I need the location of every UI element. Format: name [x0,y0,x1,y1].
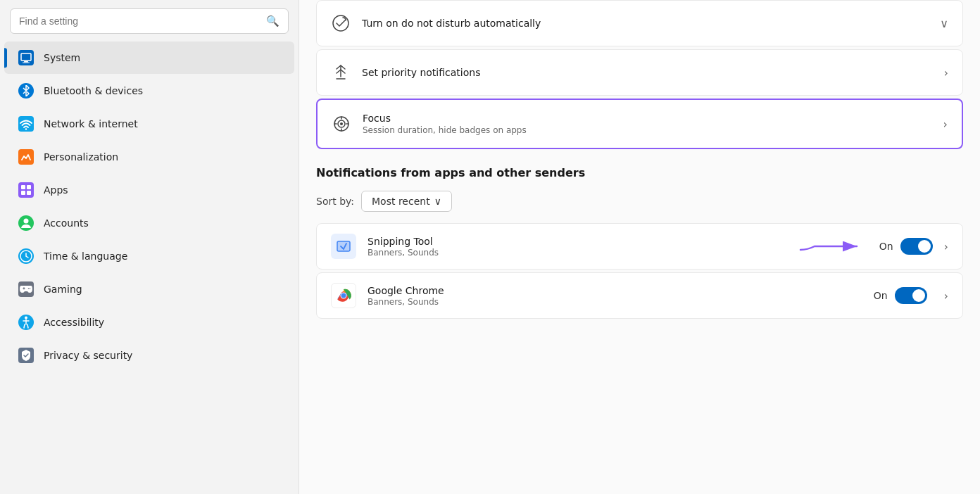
svg-point-8 [24,219,29,224]
snipping-toggle[interactable] [900,238,933,255]
annotation-arrow [797,236,867,257]
toggle-area-snipping: On [879,238,933,255]
system-icon [18,50,34,65]
toggle-area-chrome: On [874,287,927,304]
svg-point-3 [25,128,27,129]
priority-setting-row[interactable]: Set priority notifications › [316,49,963,96]
snipping-tool-desc: Banners, Sounds [367,248,868,258]
snipping-chevron: › [944,240,948,253]
chrome-name: Google Chrome [367,285,862,296]
svg-point-12 [28,288,30,289]
sidebar-item-time[interactable]: Time & language [4,240,294,272]
svg-rect-0 [21,53,31,61]
sidebar-item-label-gaming: Gaming [44,284,82,295]
svg-point-15 [333,15,348,31]
time-icon [18,248,34,264]
focus-setting-text: Focus Session duration, hide badges on a… [363,113,932,135]
accessibility-icon [18,315,34,330]
sort-chevron-icon: ∨ [434,196,441,207]
priority-title: Set priority notifications [362,67,933,78]
dnd-title: Turn on do not disturb automatically [362,18,929,29]
chrome-row[interactable]: Google Chrome Banners, Sounds On › [316,272,963,319]
notifications-section-header: Notifications from apps and other sender… [316,152,963,188]
svg-rect-11 [24,287,25,290]
main-content: Turn on do not disturb automatically ∨ S… [299,0,980,494]
sort-select[interactable]: Most recent ∨ [361,191,452,212]
sidebar-item-label-accounts: Accounts [44,217,89,229]
svg-point-13 [30,288,31,289]
sidebar-item-personalization[interactable]: Personalization [4,141,294,173]
sidebar-item-label-apps: Apps [44,184,68,196]
chrome-desc: Banners, Sounds [367,297,862,307]
sidebar-item-label-bluetooth: Bluetooth & devices [44,85,143,96]
sidebar-item-accessibility[interactable]: Accessibility [4,306,294,338]
chrome-toggle-label: On [874,290,888,301]
priority-chevron: › [944,66,948,80]
sidebar-item-accounts[interactable]: Accounts [4,207,294,239]
svg-rect-7 [27,191,31,195]
svg-point-14 [25,317,27,319]
focus-icon [332,114,351,134]
sidebar-item-system[interactable]: System [4,42,294,74]
dnd-setting-text: Turn on do not disturb automatically [362,18,929,29]
sidebar-item-network[interactable]: Network & internet [4,108,294,140]
snipping-toggle-label: On [879,241,893,252]
privacy-icon [18,348,34,363]
nav-list: System Bluetooth & devices Network & in [0,41,299,372]
sort-value: Most recent [372,196,430,207]
sidebar-item-label-privacy: Privacy & security [44,350,132,361]
dnd-setting-row[interactable]: Turn on do not disturb automatically ∨ [316,0,963,46]
focus-setting-row[interactable]: Focus Session duration, hide badges on a… [316,99,963,149]
sidebar-item-apps[interactable]: Apps [4,174,294,206]
svg-rect-1 [24,61,28,63]
snipping-tool-name: Snipping Tool [367,236,868,247]
gaming-icon [18,281,34,297]
sidebar-item-label-accessibility: Accessibility [44,317,104,328]
sidebar-item-gaming[interactable]: Gaming [4,273,294,305]
search-box[interactable]: 🔍 [10,8,289,34]
apps-icon [18,182,34,198]
sidebar-item-privacy[interactable]: Privacy & security [4,339,294,372]
dnd-icon [331,13,351,33]
svg-point-18 [340,122,343,125]
dnd-chevron: ∨ [940,17,948,30]
sidebar-item-label-system: System [44,52,80,63]
svg-rect-2 [23,63,30,63]
snipping-tool-info: Snipping Tool Banners, Sounds [367,236,868,258]
sort-row: Sort by: Most recent ∨ [316,188,963,223]
sidebar-item-label-time: Time & language [44,251,127,262]
svg-rect-6 [21,191,25,195]
svg-rect-4 [21,185,25,189]
chrome-chevron: › [944,289,948,303]
snipping-tool-row[interactable]: Snipping Tool Banners, Sounds [316,223,963,270]
snipping-tool-row-wrapper: Snipping Tool Banners, Sounds [316,223,963,270]
chrome-info: Google Chrome Banners, Sounds [367,285,862,307]
focus-subtitle: Session duration, hide badges on apps [363,125,932,135]
personalization-icon [18,149,34,165]
sidebar: 🔍 System Bluetooth & devices [0,0,299,494]
chrome-toggle[interactable] [895,287,927,304]
focus-title: Focus [363,113,932,124]
accounts-icon [18,215,34,231]
snipping-tool-toggle-area: On › [879,238,948,255]
chrome-icon [331,283,356,308]
sidebar-item-bluetooth[interactable]: Bluetooth & devices [4,75,294,107]
sidebar-item-label-network: Network & internet [44,118,138,129]
sort-label: Sort by: [316,196,354,207]
snipping-tool-icon [331,234,356,259]
sidebar-item-label-personalization: Personalization [44,151,118,163]
search-input[interactable] [19,15,260,27]
network-icon [18,116,34,132]
svg-rect-5 [27,185,31,189]
bluetooth-icon [18,83,34,99]
focus-chevron: › [943,118,948,131]
settings-list: Turn on do not disturb automatically ∨ S… [299,0,980,319]
priority-icon [331,63,351,82]
search-icon: 🔍 [266,15,279,27]
priority-setting-text: Set priority notifications [362,67,933,78]
svg-point-25 [341,293,346,298]
